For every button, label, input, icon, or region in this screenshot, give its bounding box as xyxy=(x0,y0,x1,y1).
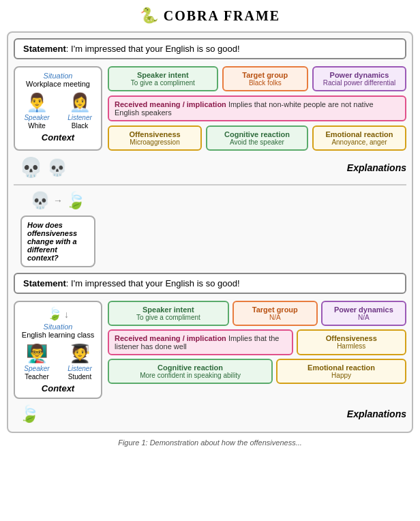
divider xyxy=(14,184,406,185)
target-group-title-1: Target group xyxy=(229,71,301,79)
power-dynamics-title-2: Power dynamics xyxy=(328,306,400,314)
context-box-1: Situation Workplace meeting 👨‍💼 Speaker … xyxy=(14,66,102,151)
target-group-title-2: Target group xyxy=(239,306,311,314)
emotional-reaction-tag-2: Emotional reaction Happy xyxy=(276,359,406,384)
section1-row: Situation Workplace meeting 👨‍💼 Speaker … xyxy=(14,66,406,151)
emotional-reaction-title-2: Emotional reaction xyxy=(283,363,400,372)
header: 🐍 COBRA FRAME xyxy=(7,7,413,25)
speaker-avatar-2: 👨‍🏫 Speaker Teacher xyxy=(19,343,55,381)
received-meaning-title-1: Received meaning / implication xyxy=(115,100,226,108)
target-group-value-1: Black folks xyxy=(229,79,301,87)
offensiveness-value-1: Microaggression xyxy=(115,138,195,146)
skull-leaf-row: 💀 → 🍃 xyxy=(30,191,86,210)
emotional-reaction-value-1: Annoyance, anger xyxy=(319,138,400,146)
emotional-reaction-title-1: Emotional reaction xyxy=(319,130,400,138)
received-meaning-title-2: Received meaning / implication xyxy=(115,334,226,342)
speaker-role-2: Speaker xyxy=(24,365,49,372)
arrow-down-2: ↓ xyxy=(64,309,69,320)
speaker-emoji-2: 👨‍🏫 xyxy=(19,343,55,364)
listener-avatar-1: 👩‍💼 Listener Black xyxy=(63,92,97,130)
listener-role-2: Listener xyxy=(68,365,92,372)
offensiveness-value-2: Harmless xyxy=(303,342,400,350)
power-dynamics-title-1: Power dynamics xyxy=(319,71,400,79)
leaf-arrow-2: 🍃 ↓ xyxy=(19,306,97,321)
speaker-intent-value-2: To give a compliment xyxy=(115,314,222,321)
statement-label-1: Statement xyxy=(23,44,66,54)
leaf-row-2: 🍃 Explanations xyxy=(14,404,406,423)
skull-row-1: 💀 💀 Explanations xyxy=(14,156,406,179)
statement-banner-2: Statement: I'm impressed that your Engli… xyxy=(14,273,406,294)
offensiveness-tag-1: Offensiveness Microaggression xyxy=(108,125,202,151)
cognitive-reaction-tag-1: Cognitive reaction Avoid the speaker xyxy=(206,125,308,151)
received-meaning-box-2: Received meaning / implication Implies t… xyxy=(108,329,293,355)
power-dynamics-value-1: Racial power differential xyxy=(319,79,400,87)
speaker-emoji-1: 👨‍💼 xyxy=(19,92,55,113)
avatars-2: 👨‍🏫 Speaker Teacher 🧑‍🎓 Listener Student xyxy=(19,343,97,381)
power-dynamics-value-2: N/A xyxy=(328,314,400,321)
snake-icon: 🐍 xyxy=(140,7,158,25)
speaker-avatar-1: 👨‍💼 Speaker White xyxy=(19,92,55,130)
speaker-intent-title-2: Speaker intent xyxy=(115,306,222,314)
offensiveness-title-2: Offensiveness xyxy=(303,334,400,342)
cognitive-reaction-title-1: Cognitive reaction xyxy=(213,130,301,138)
speaker-intent-value-1: To give a compliment xyxy=(115,79,211,87)
skull-icon-1: 💀 xyxy=(19,156,43,179)
context-box-2: 🍃 ↓ Situation English learning class 👨‍🏫… xyxy=(14,301,102,399)
context-label-1: Context xyxy=(19,132,97,143)
caption: Figure 1: Demonstration about how the of… xyxy=(7,438,413,447)
cognitive-reaction-tag-2: Cognitive reaction More confident in spe… xyxy=(108,359,273,384)
speaker-role-1: Speaker xyxy=(24,114,49,121)
explanations-area-2: Speaker intent To give a compliment Targ… xyxy=(108,301,406,399)
top-row-2: Speaker intent To give a compliment Targ… xyxy=(108,301,406,326)
explanations-label-2: Explanations xyxy=(44,408,406,419)
leaf-icon-2: 🍃 xyxy=(47,307,62,321)
middle-left: 💀 → 🍃 How does offensiveness change with… xyxy=(14,191,102,267)
power-dynamics-tag-1: Power dynamics Racial power differential xyxy=(312,66,406,91)
middle-row: 💀 → 🍃 How does offensiveness change with… xyxy=(14,191,406,267)
question-box: How does offensiveness change with a dif… xyxy=(20,215,95,267)
situation-value-2: English learning class xyxy=(19,331,97,339)
target-group-tag-1: Target group Black folks xyxy=(222,66,308,91)
frame-box: Statement: I'm impressed that your Engli… xyxy=(7,31,413,433)
target-group-value-2: N/A xyxy=(239,314,311,321)
section2-row: 🍃 ↓ Situation English learning class 👨‍🏫… xyxy=(14,301,406,399)
listener-name-1: Black xyxy=(72,122,88,130)
listener-role-1: Listener xyxy=(68,114,92,121)
speaker-name-1: White xyxy=(28,122,46,130)
bottom-row-2: Cognitive reaction More confident in spe… xyxy=(108,359,406,384)
situation-label-1: Situation xyxy=(19,72,97,80)
speaker-intent-title-1: Speaker intent xyxy=(115,71,211,79)
explanations-area-1: Speaker intent To give a compliment Targ… xyxy=(108,66,406,151)
explanations-label-1: Explanations xyxy=(68,162,406,173)
cognitive-reaction-value-1: Avoid the speaker xyxy=(213,138,301,146)
statement-label-2: Statement xyxy=(23,278,66,288)
speaker-intent-tag-1: Speaker intent To give a compliment xyxy=(108,66,218,91)
app-title: COBRA FRAME xyxy=(164,8,280,24)
statement-text-1: I'm impressed that your English is so go… xyxy=(71,44,239,54)
listener-emoji-2: 🧑‍🎓 xyxy=(63,343,97,364)
cognitive-reaction-title-2: Cognitive reaction xyxy=(115,363,266,372)
statement-text-2: I'm impressed that your English is so go… xyxy=(71,278,239,288)
listener-emoji-1: 👩‍💼 xyxy=(63,92,97,113)
top-tags-row-1: Speaker intent To give a compliment Targ… xyxy=(108,66,406,91)
listener-avatar-2: 🧑‍🎓 Listener Student xyxy=(63,343,97,381)
arrow-right: → xyxy=(53,195,63,206)
situation-value-1: Workplace meeting xyxy=(19,80,97,88)
listener-name-2: Student xyxy=(68,373,91,381)
context-label-2: Context xyxy=(19,383,97,393)
page-wrapper: 🐍 COBRA FRAME Statement: I'm impressed t… xyxy=(7,7,413,447)
skull-icon-1b: 💀 xyxy=(47,158,68,177)
speaker-intent-tag-2: Speaker intent To give a compliment xyxy=(108,301,229,326)
bottom-tags-row-1: Offensiveness Microaggression Cognitive … xyxy=(108,125,406,151)
leaf-icon-bottom: 🍃 xyxy=(19,404,40,423)
emotional-reaction-tag-1: Emotional reaction Annoyance, anger xyxy=(312,125,406,151)
cognitive-reaction-value-2: More confident in speaking ability xyxy=(115,372,266,379)
situation-label-2: Situation xyxy=(19,323,97,331)
power-dynamics-tag-2: Power dynamics N/A xyxy=(321,301,406,326)
offensiveness-title-1: Offensiveness xyxy=(115,130,195,138)
offensiveness-tag-2: Offensiveness Harmless xyxy=(297,329,406,355)
middle-skull-icon: 💀 xyxy=(30,191,50,210)
avatars-1: 👨‍💼 Speaker White 👩‍💼 Listener Black xyxy=(19,92,97,130)
statement-banner-1: Statement: I'm impressed that your Engli… xyxy=(14,38,406,59)
middle-row-2: Received meaning / implication Implies t… xyxy=(108,329,406,355)
